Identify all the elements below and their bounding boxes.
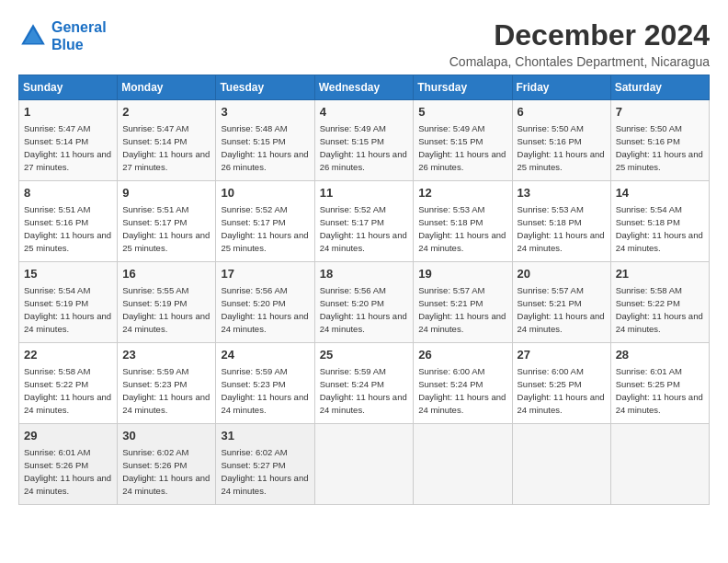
day-number: 25	[320, 347, 409, 363]
month-title: December 2024	[449, 18, 710, 52]
day-number: 20	[518, 266, 606, 282]
day-cell	[314, 424, 414, 505]
day-number: 22	[24, 347, 112, 363]
day-header-thursday: Thursday	[414, 75, 512, 100]
day-content: Sunrise: 5:51 AMSunset: 5:16 PMDaylight:…	[24, 204, 111, 253]
day-content: Sunrise: 6:01 AMSunset: 5:25 PMDaylight:…	[616, 366, 703, 415]
day-content: Sunrise: 5:51 AMSunset: 5:17 PMDaylight:…	[122, 204, 210, 253]
day-cell: 24 Sunrise: 5:59 AMSunset: 5:23 PMDaylig…	[216, 343, 314, 424]
day-content: Sunrise: 5:50 AMSunset: 5:16 PMDaylight:…	[518, 123, 605, 172]
day-content: Sunrise: 5:54 AMSunset: 5:19 PMDaylight:…	[24, 285, 111, 334]
day-cell	[610, 424, 709, 505]
day-number: 10	[221, 185, 309, 201]
day-content: Sunrise: 6:00 AMSunset: 5:25 PMDaylight:…	[518, 366, 605, 415]
day-number: 4	[320, 104, 409, 121]
day-content: Sunrise: 5:52 AMSunset: 5:17 PMDaylight:…	[320, 204, 407, 253]
day-number: 23	[122, 347, 210, 363]
day-content: Sunrise: 6:01 AMSunset: 5:26 PMDaylight:…	[24, 447, 111, 496]
day-header-friday: Friday	[512, 75, 610, 100]
day-cell: 13 Sunrise: 5:53 AMSunset: 5:18 PMDaylig…	[512, 181, 610, 262]
day-cell: 23 Sunrise: 5:59 AMSunset: 5:23 PMDaylig…	[118, 343, 216, 424]
day-content: Sunrise: 5:54 AMSunset: 5:18 PMDaylight:…	[616, 204, 703, 253]
day-number: 18	[320, 266, 409, 282]
day-cell: 9 Sunrise: 5:51 AMSunset: 5:17 PMDayligh…	[118, 181, 216, 262]
day-number: 29	[24, 428, 112, 444]
day-number: 3	[221, 104, 309, 121]
day-cell: 29 Sunrise: 6:01 AMSunset: 5:26 PMDaylig…	[19, 424, 118, 505]
calendar-table: SundayMondayTuesdayWednesdayThursdayFrid…	[18, 75, 710, 505]
day-content: Sunrise: 5:55 AMSunset: 5:19 PMDaylight:…	[122, 285, 210, 334]
day-content: Sunrise: 5:56 AMSunset: 5:20 PMDaylight:…	[221, 285, 308, 334]
day-content: Sunrise: 5:49 AMSunset: 5:15 PMDaylight:…	[418, 123, 506, 172]
day-cell: 20 Sunrise: 5:57 AMSunset: 5:21 PMDaylig…	[512, 262, 610, 343]
day-cell: 19 Sunrise: 5:57 AMSunset: 5:21 PMDaylig…	[414, 262, 512, 343]
day-header-sunday: Sunday	[19, 75, 118, 100]
day-cell	[512, 424, 610, 505]
day-number: 14	[616, 185, 704, 201]
day-number: 5	[418, 104, 506, 121]
day-number: 2	[122, 104, 210, 121]
day-cell	[414, 424, 512, 505]
day-cell: 16 Sunrise: 5:55 AMSunset: 5:19 PMDaylig…	[118, 262, 216, 343]
day-content: Sunrise: 5:47 AMSunset: 5:14 PMDaylight:…	[122, 123, 210, 172]
day-number: 15	[24, 266, 112, 282]
day-cell: 17 Sunrise: 5:56 AMSunset: 5:20 PMDaylig…	[216, 262, 314, 343]
day-cell: 31 Sunrise: 6:02 AMSunset: 5:27 PMDaylig…	[216, 424, 314, 505]
day-cell: 21 Sunrise: 5:58 AMSunset: 5:22 PMDaylig…	[610, 262, 709, 343]
day-header-monday: Monday	[118, 75, 216, 100]
day-number: 19	[418, 266, 506, 282]
day-cell: 28 Sunrise: 6:01 AMSunset: 5:25 PMDaylig…	[610, 343, 709, 424]
day-content: Sunrise: 5:52 AMSunset: 5:17 PMDaylight:…	[221, 204, 308, 253]
day-content: Sunrise: 6:02 AMSunset: 5:27 PMDaylight:…	[221, 447, 308, 496]
day-content: Sunrise: 5:48 AMSunset: 5:15 PMDaylight:…	[221, 123, 308, 172]
logo-icon	[18, 21, 48, 51]
day-number: 28	[616, 347, 704, 363]
day-content: Sunrise: 5:53 AMSunset: 5:18 PMDaylight:…	[418, 204, 506, 253]
day-cell: 1 Sunrise: 5:47 AMSunset: 5:14 PMDayligh…	[19, 100, 118, 181]
day-number: 31	[221, 428, 309, 444]
day-cell: 10 Sunrise: 5:52 AMSunset: 5:17 PMDaylig…	[216, 181, 314, 262]
day-cell: 8 Sunrise: 5:51 AMSunset: 5:16 PMDayligh…	[19, 181, 118, 262]
day-number: 12	[418, 185, 506, 201]
day-cell: 14 Sunrise: 5:54 AMSunset: 5:18 PMDaylig…	[610, 181, 709, 262]
day-number: 11	[320, 185, 409, 201]
week-row-1: 1 Sunrise: 5:47 AMSunset: 5:14 PMDayligh…	[19, 100, 710, 181]
day-cell: 4 Sunrise: 5:49 AMSunset: 5:15 PMDayligh…	[314, 100, 414, 181]
day-number: 27	[518, 347, 606, 363]
day-content: Sunrise: 5:58 AMSunset: 5:22 PMDaylight:…	[616, 285, 703, 334]
day-number: 13	[518, 185, 606, 201]
day-content: Sunrise: 5:53 AMSunset: 5:18 PMDaylight:…	[518, 204, 605, 253]
day-cell: 6 Sunrise: 5:50 AMSunset: 5:16 PMDayligh…	[512, 100, 610, 181]
week-row-4: 22 Sunrise: 5:58 AMSunset: 5:22 PMDaylig…	[19, 343, 710, 424]
days-header-row: SundayMondayTuesdayWednesdayThursdayFrid…	[19, 75, 710, 100]
logo: General Blue	[18, 18, 107, 53]
day-cell: 12 Sunrise: 5:53 AMSunset: 5:18 PMDaylig…	[414, 181, 512, 262]
day-number: 17	[221, 266, 309, 282]
day-content: Sunrise: 5:57 AMSunset: 5:21 PMDaylight:…	[418, 285, 506, 334]
day-content: Sunrise: 5:57 AMSunset: 5:21 PMDaylight:…	[518, 285, 605, 334]
day-content: Sunrise: 5:50 AMSunset: 5:16 PMDaylight:…	[616, 123, 703, 172]
day-content: Sunrise: 5:59 AMSunset: 5:24 PMDaylight:…	[320, 366, 407, 415]
day-number: 16	[122, 266, 210, 282]
day-number: 8	[24, 185, 112, 201]
week-row-5: 29 Sunrise: 6:01 AMSunset: 5:26 PMDaylig…	[19, 424, 710, 505]
title-area: December 2024 Comalapa, Chontales Depart…	[449, 18, 710, 69]
day-number: 6	[518, 104, 606, 121]
day-content: Sunrise: 5:58 AMSunset: 5:22 PMDaylight:…	[24, 366, 111, 415]
location-title: Comalapa, Chontales Department, Nicaragu…	[449, 54, 710, 69]
logo-line1: General	[51, 19, 107, 35]
logo-line2: Blue	[51, 37, 84, 52]
week-row-2: 8 Sunrise: 5:51 AMSunset: 5:16 PMDayligh…	[19, 181, 710, 262]
day-cell: 3 Sunrise: 5:48 AMSunset: 5:15 PMDayligh…	[216, 100, 314, 181]
day-cell: 25 Sunrise: 5:59 AMSunset: 5:24 PMDaylig…	[314, 343, 414, 424]
day-cell: 26 Sunrise: 6:00 AMSunset: 5:24 PMDaylig…	[414, 343, 512, 424]
week-row-3: 15 Sunrise: 5:54 AMSunset: 5:19 PMDaylig…	[19, 262, 710, 343]
day-header-saturday: Saturday	[610, 75, 709, 100]
day-content: Sunrise: 5:49 AMSunset: 5:15 PMDaylight:…	[320, 123, 407, 172]
day-header-tuesday: Tuesday	[216, 75, 314, 100]
day-cell: 7 Sunrise: 5:50 AMSunset: 5:16 PMDayligh…	[610, 100, 709, 181]
day-cell: 5 Sunrise: 5:49 AMSunset: 5:15 PMDayligh…	[414, 100, 512, 181]
day-number: 24	[221, 347, 309, 363]
day-number: 26	[418, 347, 506, 363]
day-number: 9	[122, 185, 210, 201]
